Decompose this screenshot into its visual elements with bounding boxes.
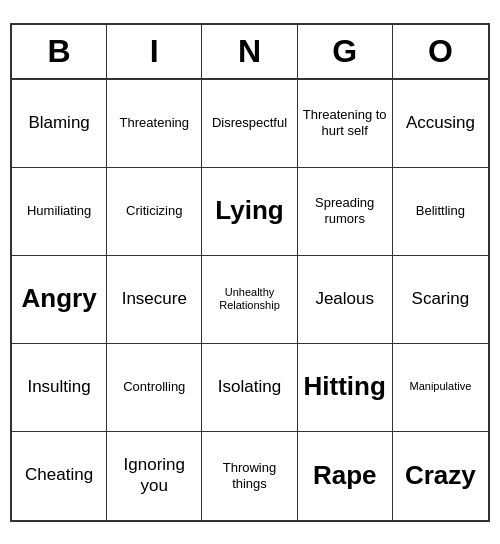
header-letter: I: [107, 25, 202, 78]
cell-text: Threatening to hurt self: [302, 107, 388, 138]
cell-text: Rape: [313, 460, 377, 491]
bingo-cell: Manipulative: [393, 344, 488, 432]
cell-text: Scaring: [412, 289, 470, 309]
bingo-cell: Crazy: [393, 432, 488, 520]
cell-text: Spreading rumors: [302, 195, 388, 226]
cell-text: Controlling: [123, 379, 185, 395]
cell-text: Criticizing: [126, 203, 182, 219]
bingo-cell: Threatening: [107, 80, 202, 168]
cell-text: Insulting: [27, 377, 90, 397]
bingo-card: BINGO BlamingThreateningDisrespectfulThr…: [10, 23, 490, 522]
bingo-cell: Unhealthy Relationship: [202, 256, 297, 344]
cell-text: Ignoring you: [111, 455, 197, 496]
cell-text: Threatening: [120, 115, 189, 131]
cell-text: Manipulative: [410, 380, 472, 393]
bingo-cell: Insulting: [12, 344, 107, 432]
cell-text: Lying: [215, 195, 283, 226]
header-letter: N: [202, 25, 297, 78]
cell-text: Cheating: [25, 465, 93, 485]
header-letter: O: [393, 25, 488, 78]
bingo-cell: Threatening to hurt self: [298, 80, 393, 168]
cell-text: Throwing things: [206, 460, 292, 491]
cell-text: Insecure: [122, 289, 187, 309]
bingo-cell: Controlling: [107, 344, 202, 432]
cell-text: Accusing: [406, 113, 475, 133]
cell-text: Humiliating: [27, 203, 91, 219]
bingo-cell: Criticizing: [107, 168, 202, 256]
header-letter: G: [298, 25, 393, 78]
cell-text: Unhealthy Relationship: [206, 286, 292, 312]
header-letter: B: [12, 25, 107, 78]
bingo-cell: Insecure: [107, 256, 202, 344]
bingo-cell: Angry: [12, 256, 107, 344]
bingo-cell: Isolating: [202, 344, 297, 432]
bingo-cell: Blaming: [12, 80, 107, 168]
bingo-cell: Cheating: [12, 432, 107, 520]
cell-text: Belittling: [416, 203, 465, 219]
cell-text: Blaming: [28, 113, 89, 133]
cell-text: Jealous: [315, 289, 374, 309]
cell-text: Angry: [22, 283, 97, 314]
bingo-grid: BlamingThreateningDisrespectfulThreateni…: [12, 80, 488, 520]
bingo-cell: Throwing things: [202, 432, 297, 520]
bingo-cell: Spreading rumors: [298, 168, 393, 256]
bingo-cell: Humiliating: [12, 168, 107, 256]
cell-text: Hitting: [304, 371, 386, 402]
bingo-cell: Jealous: [298, 256, 393, 344]
bingo-cell: Scaring: [393, 256, 488, 344]
bingo-cell: Rape: [298, 432, 393, 520]
cell-text: Disrespectful: [212, 115, 287, 131]
bingo-cell: Belittling: [393, 168, 488, 256]
bingo-cell: Ignoring you: [107, 432, 202, 520]
bingo-cell: Lying: [202, 168, 297, 256]
bingo-header: BINGO: [12, 25, 488, 80]
bingo-cell: Accusing: [393, 80, 488, 168]
cell-text: Crazy: [405, 460, 476, 491]
cell-text: Isolating: [218, 377, 281, 397]
bingo-cell: Disrespectful: [202, 80, 297, 168]
bingo-cell: Hitting: [298, 344, 393, 432]
